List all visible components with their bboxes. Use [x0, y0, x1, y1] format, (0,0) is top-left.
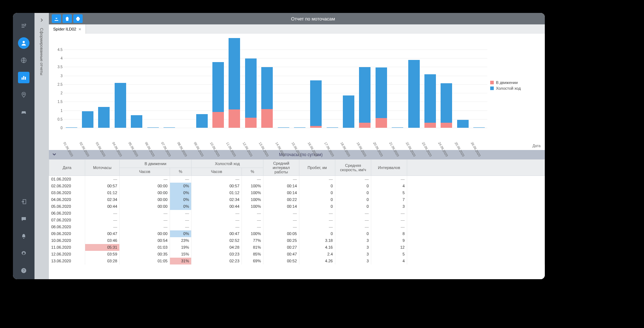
bar-group[interactable]: [392, 127, 403, 128]
bar-idle: [131, 115, 142, 128]
table-row[interactable]: 10.06.202003:4600:5423%02:5277%00:253.18…: [49, 237, 545, 244]
bar-group[interactable]: [229, 38, 240, 128]
bar-group[interactable]: [294, 127, 305, 128]
bar-idle: [196, 114, 208, 128]
svg-rect-2: [22, 78, 23, 80]
bar-group[interactable]: [66, 127, 77, 128]
tab-close-icon[interactable]: ✕: [78, 27, 81, 31]
bar-moving: [310, 126, 322, 128]
location-icon[interactable]: [18, 89, 29, 100]
help-icon[interactable]: ?: [18, 265, 29, 276]
th-moving-hours: Часов: [120, 168, 170, 176]
legend-idle[interactable]: Холостой ход: [490, 86, 540, 90]
bar-idle: [473, 127, 485, 128]
table-row[interactable]: 04.06.202002:3400:000%02:34100%00:22007: [49, 196, 545, 203]
gear-icon[interactable]: [18, 248, 29, 259]
app-frame: ? Сформированные отчеты Отчет по моточас…: [13, 13, 545, 279]
bar-group[interactable]: [343, 95, 354, 128]
legend-swatch-idle: [490, 86, 494, 90]
bar-group[interactable]: [359, 67, 371, 128]
chart-plot: 00.511.522.533.544.5 01.06.202002.06.202…: [63, 37, 487, 128]
y-tick: 1.5: [58, 100, 63, 104]
collapse-chevron-icon[interactable]: [52, 152, 57, 158]
panel-strip: Сформированные отчеты: [34, 13, 49, 279]
table-row[interactable]: 11.06.202005:3101:0319%04:2881%00:274.16…: [49, 244, 545, 251]
table-row[interactable]: 02.06.202000:5700:000%00:57100%00:14004: [49, 183, 545, 189]
x-labels: 01.06.202002.06.202003.06.202004.06.2020…: [63, 141, 487, 145]
menu-icon[interactable]: [18, 20, 29, 32]
svg-rect-3: [23, 76, 24, 80]
th-avg-interval: Средний интервал работы: [263, 160, 299, 176]
table-row[interactable]: 03.06.202001:1200:000%01:12100%00:14005: [49, 189, 545, 196]
chart-area: 00.511.522.533.544.5 01.06.202002.06.202…: [49, 34, 545, 150]
th-date: Дата: [49, 160, 85, 176]
y-tick: 3.5: [58, 65, 63, 69]
report-title: Отчет по моточасам: [84, 16, 542, 22]
table-row[interactable]: 12.06.202003:5900:3515%03:2385%00:472.43…: [49, 251, 545, 258]
enter-icon[interactable]: [18, 196, 29, 207]
bar-idle: [392, 127, 403, 128]
table-row[interactable]: 13.06.202003:2801:0531%02:2369%00:524.26…: [49, 258, 545, 264]
bar-idle: [310, 80, 322, 126]
th-idle-hours: Часов: [192, 168, 242, 176]
svg-point-6: [22, 113, 23, 113]
bar-group[interactable]: [278, 127, 289, 128]
bar-idle: [66, 127, 77, 128]
bar-group[interactable]: [115, 83, 126, 128]
bar-group[interactable]: [98, 107, 110, 128]
data-table: Дата Моточасы В движении Холостой ход Ср…: [49, 159, 545, 264]
th-mileage: Пробег, км: [299, 160, 335, 176]
bar-group[interactable]: [457, 120, 469, 128]
table-row[interactable]: 07.06.2020—————————: [49, 217, 545, 224]
table-row[interactable]: 01.06.2020—————————: [49, 176, 545, 183]
th-idle: Холостой ход: [192, 160, 263, 168]
bar-group[interactable]: [473, 127, 485, 128]
bar-group[interactable]: [212, 62, 224, 128]
y-tick: 4: [60, 56, 63, 60]
bars: [63, 37, 487, 128]
table-row[interactable]: 06.06.2020—————————: [49, 210, 545, 217]
bar-idle: [82, 111, 93, 128]
message-icon[interactable]: [18, 213, 29, 225]
download-button[interactable]: [52, 14, 61, 23]
tab-spider[interactable]: Spider ILD02 ✕: [49, 24, 86, 34]
bar-group[interactable]: [164, 127, 175, 128]
print-button[interactable]: [73, 14, 83, 23]
car-icon[interactable]: [18, 106, 29, 118]
bar-moving: [245, 118, 257, 128]
table-row[interactable]: 08.06.2020—————————: [49, 224, 545, 230]
bar-group[interactable]: [147, 127, 159, 128]
delete-button[interactable]: [63, 14, 72, 23]
bar-group[interactable]: [131, 115, 142, 128]
y-tick: 3: [60, 74, 63, 78]
bar-idle: [147, 127, 159, 128]
bar-group[interactable]: [261, 67, 273, 128]
panel-expand-icon[interactable]: [37, 16, 46, 24]
bar-group[interactable]: [82, 111, 93, 128]
globe-icon[interactable]: [18, 55, 29, 66]
bar-idle: [441, 83, 452, 123]
bar-group[interactable]: [327, 127, 338, 128]
bar-group[interactable]: [441, 83, 452, 128]
bar-group[interactable]: [196, 114, 208, 128]
legend-moving[interactable]: В движении: [490, 80, 540, 85]
table-wrap[interactable]: Дата Моточасы В движении Холостой ход Ср…: [49, 159, 545, 279]
th-moving-pct: %: [170, 168, 192, 176]
bar-idle: [115, 83, 126, 128]
bar-moving: [424, 123, 436, 128]
profile-icon[interactable]: [18, 37, 29, 49]
table-row[interactable]: 09.06.202000:4700:000%00:47100%00:05008: [49, 230, 545, 237]
table-row[interactable]: 05.06.202000:4400:000%00:44100%00:14003: [49, 203, 545, 210]
y-tick: 1: [60, 108, 63, 112]
bar-group[interactable]: [376, 67, 387, 128]
bar-group[interactable]: [245, 58, 257, 128]
bar-group[interactable]: [408, 60, 420, 128]
bar-group[interactable]: [424, 74, 436, 128]
bar-idle: [376, 67, 387, 118]
sidebar: ?: [13, 13, 34, 279]
bell-icon[interactable]: [18, 230, 29, 242]
bar-moving: [359, 123, 371, 128]
legend: В движении Холостой ход: [490, 80, 540, 92]
bar-group[interactable]: [310, 80, 322, 128]
reports-icon[interactable]: [18, 72, 29, 83]
